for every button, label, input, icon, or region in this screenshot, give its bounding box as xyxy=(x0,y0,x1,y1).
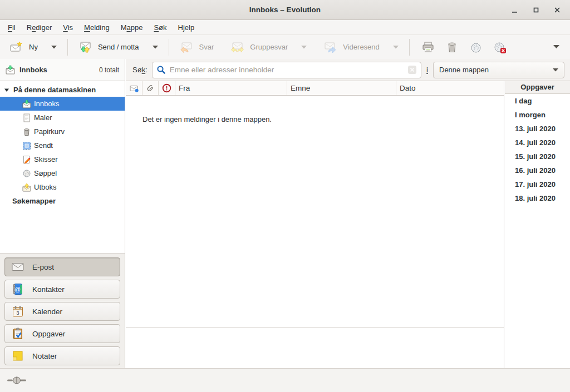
read-status-icon xyxy=(130,84,139,93)
column-date[interactable]: Dato xyxy=(396,81,504,95)
folder-sent[interactable]: Sendt xyxy=(0,138,125,152)
search-scope-value: Denne mappen xyxy=(439,66,553,74)
toolbar-separator xyxy=(67,39,68,56)
close-button[interactable] xyxy=(552,5,562,15)
view-switcher: E-post @ Kontakter xyxy=(0,253,125,368)
pane-divider[interactable] xyxy=(126,327,504,328)
task-group-tomorrow[interactable]: I morgen xyxy=(505,108,570,122)
outbox-icon xyxy=(22,183,31,192)
svg-text:3: 3 xyxy=(16,310,19,316)
dropdown-arrow-icon xyxy=(553,68,558,72)
folder-drafts[interactable]: Skisser xyxy=(0,152,125,166)
send-receive-label: Send / motta xyxy=(98,43,139,51)
maximize-button[interactable] xyxy=(531,5,541,15)
sent-icon xyxy=(22,141,31,150)
junk-button[interactable] xyxy=(464,38,488,57)
search-icon xyxy=(156,65,166,75)
column-attachment[interactable] xyxy=(142,81,159,95)
folder-inbox[interactable]: Innboks xyxy=(0,97,125,111)
menu-view[interactable]: Vis xyxy=(57,21,78,34)
forward-button[interactable]: Videresend xyxy=(320,38,402,57)
column-from[interactable]: Fra xyxy=(175,81,287,95)
group-reply-button[interactable]: Gruppesvar xyxy=(227,38,311,57)
folder-junk[interactable]: Søppel xyxy=(0,166,125,180)
toolbar: Ny Send / motta Svar xyxy=(0,35,570,59)
dropdown-arrow-icon xyxy=(393,46,399,49)
task-group-date[interactable]: 18. juli 2020 xyxy=(505,191,570,205)
inbox-icon xyxy=(6,65,15,75)
new-message-label: Ny xyxy=(29,43,38,51)
menu-file[interactable]: Fil xyxy=(2,21,21,34)
junk-icon xyxy=(469,41,483,54)
statusbar xyxy=(0,368,570,392)
sidebar-header-title: Innboks xyxy=(19,66,47,74)
send-receive-button[interactable]: Send / motta xyxy=(75,38,162,57)
folder-templates[interactable]: Maler xyxy=(0,111,125,125)
task-group-date[interactable]: 14. juli 2020 xyxy=(505,136,570,150)
toolbar-separator xyxy=(169,39,169,56)
print-button[interactable] xyxy=(416,38,440,57)
menu-message[interactable]: Melding xyxy=(78,21,115,34)
switcher-mail-button[interactable]: E-post xyxy=(4,257,120,276)
tree-root-this-computer[interactable]: På denne datamaskinen xyxy=(0,83,125,97)
templates-icon xyxy=(22,113,31,122)
priority-icon xyxy=(162,83,171,93)
search-band: Søk: Emne eller adresser inneholder i De… xyxy=(126,59,570,81)
switcher-contacts-button[interactable]: @ Kontakter xyxy=(4,280,120,299)
tree-root-search-folders[interactable]: Søkemapper xyxy=(0,194,125,208)
task-group-date[interactable]: 17. juli 2020 xyxy=(505,177,570,191)
task-group-date[interactable]: 13. juli 2020 xyxy=(505,122,570,136)
junk-folder-icon xyxy=(22,169,31,178)
mail-icon xyxy=(12,261,24,273)
sidebar: Innboks 0 totalt På denne datamaskinen I… xyxy=(0,59,125,368)
window-controls xyxy=(510,5,570,15)
not-junk-button[interactable] xyxy=(488,38,512,57)
sidebar-header-count: 0 totalt xyxy=(99,66,119,74)
column-priority[interactable] xyxy=(159,81,175,95)
column-read-status[interactable] xyxy=(126,81,142,95)
task-group-date[interactable]: 16. juli 2020 xyxy=(505,163,570,177)
switcher-notes-button[interactable]: Notater xyxy=(4,346,120,365)
sidebar-folder-header: Innboks 0 totalt xyxy=(0,59,125,81)
dropdown-arrow-icon xyxy=(553,45,559,49)
clear-search-icon[interactable] xyxy=(407,65,417,75)
menu-help[interactable]: Hjelp xyxy=(173,21,200,34)
svg-text:@: @ xyxy=(14,286,21,292)
menu-search[interactable]: Søk xyxy=(148,21,172,34)
minimize-button[interactable] xyxy=(510,5,520,15)
search-scope-select[interactable]: Denne mappen xyxy=(433,62,564,78)
column-subject[interactable]: Emne xyxy=(287,81,396,95)
folder-outbox[interactable]: Utboks xyxy=(0,180,125,194)
drafts-icon xyxy=(22,155,31,164)
online-status-icon[interactable] xyxy=(7,375,27,386)
menu-edit[interactable]: Rediger xyxy=(21,21,58,34)
delete-icon xyxy=(445,41,459,54)
inbox-icon xyxy=(22,100,31,108)
search-placeholder: Emne eller adresser inneholder xyxy=(170,66,407,74)
new-message-button[interactable]: Ny xyxy=(6,38,61,57)
task-group-date[interactable]: 15. juli 2020 xyxy=(505,150,570,163)
menubar: Fil Rediger Vis Melding Mappe Søk Hjelp xyxy=(0,20,570,35)
titlebar: Innboks – Evolution xyxy=(0,0,570,20)
task-group-today[interactable]: I dag xyxy=(505,94,570,108)
calendar-icon: 3 xyxy=(12,305,24,317)
group-reply-label: Gruppesvar xyxy=(250,43,288,51)
toolbar-overflow-button[interactable] xyxy=(548,45,564,49)
reply-label: Svar xyxy=(199,43,214,51)
switcher-tasks-button[interactable]: Oppgaver xyxy=(4,324,120,343)
attachment-icon xyxy=(146,84,155,93)
tasks-icon xyxy=(12,328,24,340)
expander-icon xyxy=(4,87,9,93)
folder-trash[interactable]: Papirkurv xyxy=(0,125,125,138)
close-icon xyxy=(553,6,562,14)
empty-folder-message: Det er ingen meldinger i denne mappen. xyxy=(126,96,504,123)
menu-folder[interactable]: Mappe xyxy=(115,21,149,34)
forward-label: Videresend xyxy=(343,43,380,51)
search-input[interactable]: Emne eller adresser inneholder xyxy=(152,62,421,78)
switcher-calendar-button[interactable]: 3 Kalender xyxy=(4,302,120,321)
reply-button[interactable]: Svar xyxy=(176,38,218,57)
search-in-label: i xyxy=(426,66,428,74)
not-junk-icon xyxy=(493,41,507,54)
delete-button[interactable] xyxy=(440,38,464,57)
reply-icon xyxy=(180,41,193,54)
